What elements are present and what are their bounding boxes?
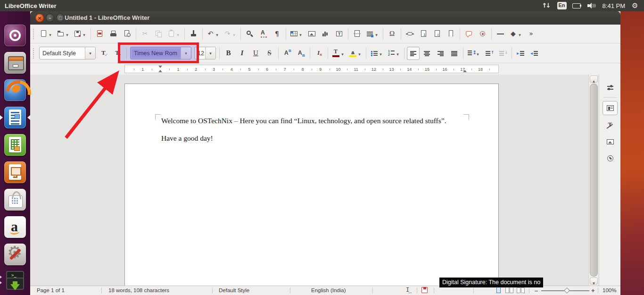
- bullet-list-dropdown-arrow[interactable]: [378, 49, 383, 58]
- insert-bookmark-button[interactable]: [445, 27, 457, 41]
- align-center-button[interactable]: [421, 47, 433, 60]
- open-dropdown-arrow[interactable]: [65, 30, 70, 38]
- italic-button[interactable]: I: [236, 47, 248, 60]
- document-page[interactable]: Welcome to OSTechNix – Here you can find…: [124, 84, 499, 286]
- left-indent-marker-icon[interactable]: [158, 66, 162, 68]
- window-maximize-button[interactable]: [56, 14, 65, 22]
- undo-dropdown-arrow[interactable]: [215, 30, 220, 38]
- increase-indent-button[interactable]: [514, 47, 527, 60]
- launcher-libreoffice-writer-icon[interactable]: [4, 107, 26, 128]
- clear-formatting-button[interactable]: [313, 47, 325, 60]
- launcher-amazon-icon[interactable]: [4, 216, 26, 238]
- font-name-combo-arrow-icon[interactable]: [181, 47, 191, 59]
- print-button[interactable]: [107, 27, 120, 41]
- insert-table-button[interactable]: [289, 27, 305, 41]
- launcher-files-icon[interactable]: [4, 52, 26, 74]
- vertical-scrollbar[interactable]: [588, 75, 598, 286]
- formatting-marks-button[interactable]: ¶: [271, 27, 283, 41]
- font-color-button[interactable]: [330, 47, 347, 60]
- right-indent-marker-icon[interactable]: [463, 70, 467, 72]
- window-minimize-button[interactable]: [46, 14, 54, 22]
- window-titlebar[interactable]: Untitled 1 - LibreOffice Writer: [30, 11, 620, 25]
- launcher-firefox-icon[interactable]: [4, 79, 26, 101]
- document-modified-icon[interactable]: [421, 286, 429, 294]
- launcher-system-settings-icon[interactable]: [4, 244, 26, 265]
- volume-icon[interactable]: [587, 1, 597, 10]
- paste-dropdown-arrow[interactable]: [175, 30, 181, 38]
- horizontal-line-button[interactable]: [494, 27, 507, 41]
- insert-table-dropdown-arrow[interactable]: [298, 30, 303, 38]
- basic-shapes-button[interactable]: ◆: [508, 27, 524, 41]
- export-pdf-button[interactable]: [93, 27, 106, 41]
- font-size-combo-arrow-icon[interactable]: [205, 47, 215, 59]
- insert-hyperlink-button[interactable]: [404, 27, 416, 41]
- bold-button[interactable]: B: [222, 47, 235, 60]
- save-dropdown-arrow[interactable]: [82, 30, 87, 38]
- line-spacing-button[interactable]: [466, 47, 482, 60]
- font-color-dropdown-arrow[interactable]: [340, 49, 345, 58]
- paragraph-style-combo-arrow-icon[interactable]: [85, 47, 95, 59]
- paragraph-style-combo[interactable]: Default Style: [39, 47, 96, 59]
- scrollbar-thumb[interactable]: [590, 84, 598, 277]
- basic-shapes-dropdown-arrow[interactable]: [517, 30, 522, 38]
- insert-chart-button[interactable]: [319, 27, 332, 41]
- launcher-ubuntu-dash-icon[interactable]: [4, 25, 26, 46]
- insert-field-button[interactable]: [364, 27, 380, 41]
- page-break-button[interactable]: [351, 27, 363, 41]
- sidebar-navigator-tab[interactable]: [603, 151, 618, 165]
- sidebar-styles-tab[interactable]: [603, 118, 618, 132]
- paragraph-style-status[interactable]: Default Style: [219, 286, 249, 295]
- increase-paragraph-spacing-button[interactable]: [483, 47, 495, 60]
- window-close-button[interactable]: [35, 14, 44, 22]
- font-name-combo[interactable]: Times New Rom: [130, 47, 191, 59]
- superscript-button[interactable]: [281, 47, 294, 60]
- align-right-button[interactable]: [434, 47, 447, 60]
- insert-textbox-button[interactable]: [333, 27, 346, 41]
- undo-button[interactable]: ↶: [205, 27, 221, 41]
- track-changes-button[interactable]: [476, 27, 489, 41]
- numbered-list-dropdown-arrow[interactable]: [395, 49, 400, 58]
- font-size-combo[interactable]: 12: [194, 47, 216, 59]
- highlight-color-button[interactable]: [347, 47, 363, 60]
- insert-field-dropdown-arrow[interactable]: [374, 30, 379, 38]
- clone-formatting-button[interactable]: [187, 27, 200, 41]
- print-preview-button[interactable]: [121, 27, 133, 41]
- insert-comment-button[interactable]: [462, 27, 475, 41]
- bullet-list-button[interactable]: [369, 47, 385, 60]
- underline-button[interactable]: U: [249, 47, 262, 60]
- highlight-color-dropdown-arrow[interactable]: [357, 49, 362, 58]
- language-status[interactable]: English (India): [311, 286, 346, 295]
- network-indicator-icon[interactable]: [542, 1, 552, 10]
- scroll-down-arrow-icon[interactable]: [590, 278, 598, 285]
- strikethrough-button[interactable]: S: [263, 47, 276, 60]
- launcher-screenshot-tool-icon[interactable]: [4, 271, 26, 293]
- word-count-status[interactable]: 18 words, 108 characters: [108, 286, 169, 295]
- align-left-button[interactable]: [407, 47, 420, 60]
- keyboard-layout-indicator[interactable]: En: [557, 2, 567, 9]
- save-button[interactable]: [72, 27, 88, 41]
- new-style-button[interactable]: [111, 47, 124, 60]
- justify-button[interactable]: [448, 47, 461, 60]
- sidebar-properties-tab[interactable]: [603, 101, 618, 115]
- launcher-libreoffice-impress-icon[interactable]: [4, 161, 26, 183]
- spelling-button[interactable]: [257, 27, 270, 41]
- launcher-software-center-icon[interactable]: [4, 189, 26, 211]
- new-document-dropdown-arrow[interactable]: [48, 30, 53, 38]
- sidebar-gallery-tab[interactable]: [603, 135, 618, 149]
- open-button[interactable]: [55, 27, 71, 41]
- numbered-list-button[interactable]: [386, 47, 402, 60]
- insert-mode-icon[interactable]: [405, 286, 413, 294]
- scroll-up-arrow-icon[interactable]: [590, 76, 598, 83]
- launcher-libreoffice-calc-icon[interactable]: [4, 134, 26, 156]
- insert-image-button[interactable]: [305, 27, 318, 41]
- sidebar-settings-tab[interactable]: [603, 80, 618, 94]
- zoom-in-button[interactable]: +: [591, 286, 595, 295]
- new-document-button[interactable]: [38, 27, 54, 41]
- insert-endnote-button[interactable]: [431, 27, 444, 41]
- page-number-status[interactable]: Page 1 of 1: [37, 286, 65, 295]
- battery-icon[interactable]: [572, 1, 582, 10]
- insert-footnote-button[interactable]: [417, 27, 430, 41]
- redo-dropdown-arrow[interactable]: [231, 30, 237, 38]
- find-replace-button[interactable]: [243, 27, 256, 41]
- decrease-indent-button[interactable]: [528, 47, 541, 60]
